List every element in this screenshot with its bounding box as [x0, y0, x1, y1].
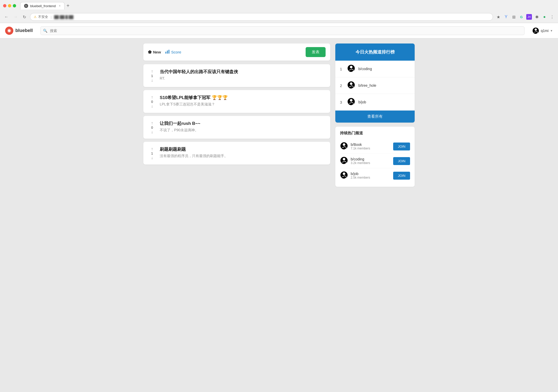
- grammarly-icon[interactable]: G: [519, 14, 524, 20]
- persistent-channel-icon: [340, 171, 348, 180]
- post-subtitle: 不说了，P90永远滴神。: [160, 128, 325, 133]
- post-title[interactable]: 当代中国年轻人的出路不应该只有键盘侠: [160, 69, 325, 75]
- svg-point-1: [8, 29, 10, 32]
- channel-icon: [347, 97, 355, 107]
- grid-icon[interactable]: ⊞: [511, 14, 517, 20]
- app-header: bluebell 🔍 q1mi ▼: [0, 23, 558, 38]
- refresh-button[interactable]: ↻: [22, 14, 27, 20]
- forward-button[interactable]: →: [12, 14, 19, 20]
- persistent-channel-members: 3.2k members: [351, 161, 391, 165]
- join-button[interactable]: JOIN: [393, 157, 410, 165]
- upvote-button[interactable]: ↑: [151, 147, 153, 151]
- back-button[interactable]: ←: [3, 14, 10, 20]
- persistent-channel-name: b/job: [351, 172, 391, 176]
- filter-tabs: ⬟ New Score: [148, 48, 181, 56]
- hot-channels-header: 今日火热频道排行榜: [335, 43, 415, 61]
- user-ext-icon[interactable]: JH: [526, 14, 532, 20]
- upvote-button[interactable]: ↑: [151, 121, 153, 125]
- browser-chrome: b bluebell_frontend × + ← → ↻ ⚠ 不安全 | ██…: [0, 0, 558, 23]
- view-all-button[interactable]: 查看所有: [335, 111, 415, 123]
- persistent-channel-members: 2.5k members: [351, 176, 391, 179]
- logo-icon: [5, 27, 13, 35]
- filter-bar: ⬟ New Score 发表: [143, 43, 330, 61]
- tab-bar: b bluebell_frontend × +: [20, 2, 555, 9]
- left-column: ⬟ New Score 发表 ↑: [143, 43, 330, 187]
- persistent-channels-card: 持续热门频道 b/Book 7.1k members JOIN b/coding…: [335, 127, 415, 187]
- vote-section: ↑ 0 ↓: [148, 121, 156, 134]
- close-button[interactable]: [3, 4, 6, 7]
- channel-icon: [347, 64, 355, 73]
- persistent-channel-name: b/coding: [351, 157, 391, 161]
- svg-rect-2: [165, 52, 166, 54]
- search-bar: 🔍: [40, 26, 524, 35]
- app-logo[interactable]: bluebell: [5, 27, 33, 35]
- post-card: ↑ 1 ↓ 当代中国年轻人的出路不应该只有键盘侠 RT.: [143, 64, 330, 87]
- channel-rank: 1: [340, 67, 344, 71]
- tab-new[interactable]: ⬟ New: [148, 49, 161, 56]
- score-tab-label: Score: [171, 50, 181, 54]
- persistent-channel-item: b/Book 7.1k members JOIN: [340, 139, 410, 154]
- downvote-button[interactable]: ↓: [151, 104, 153, 108]
- post-subtitle: RT.: [160, 76, 325, 80]
- hot-channel-item[interactable]: 1 b/coding: [335, 61, 415, 77]
- hot-channels-list: 1 b/coding 2 b/tree_hole 3 b/job: [335, 61, 415, 111]
- channel-name: b/tree_hole: [358, 83, 376, 88]
- logo-text: bluebell: [15, 28, 33, 33]
- post-title[interactable]: 让我们一起rush B~~: [160, 121, 325, 126]
- browser-actions: ★ Y ⊞ G JH ✱ ● ⋮: [496, 14, 555, 20]
- profile-icon[interactable]: ●: [542, 14, 547, 20]
- channel-rank: 3: [340, 100, 344, 104]
- tab-favicon: b: [24, 4, 28, 8]
- persistent-channel-info: b/coding 3.2k members: [351, 157, 391, 165]
- minimize-button[interactable]: [8, 4, 11, 7]
- active-tab[interactable]: b bluebell_frontend ×: [20, 2, 65, 9]
- security-label: 不安全: [38, 15, 48, 19]
- new-tab-button[interactable]: +: [67, 3, 70, 9]
- right-column: 今日火热频道排行榜 1 b/coding 2 b/tree_hole 3 b/j…: [335, 43, 415, 187]
- channel-rank: 2: [340, 83, 344, 88]
- vote-count: 0: [151, 126, 153, 129]
- post-title[interactable]: 刷题刷题刷题: [160, 146, 325, 152]
- channel-icon: [347, 81, 355, 90]
- join-button[interactable]: JOIN: [393, 172, 410, 180]
- post-subtitle: LPL拿下S赛三连冠岂不是美滋滋？: [160, 102, 325, 107]
- menu-icon[interactable]: ⋮: [549, 14, 555, 20]
- username-label: q1mi: [541, 29, 549, 33]
- downvote-button[interactable]: ↓: [151, 156, 153, 160]
- new-tab-label: New: [153, 50, 161, 54]
- publish-button[interactable]: 发表: [306, 47, 326, 57]
- post-subtitle: 没有最强的程序员，只有最强的刷题能手。: [160, 154, 325, 158]
- bookmark-icon[interactable]: ★: [496, 14, 501, 20]
- post-title[interactable]: S10希望LPL能够拿下冠军 🏆🏆🏆: [160, 95, 325, 101]
- downvote-button[interactable]: ↓: [151, 78, 153, 82]
- main-content: ⬟ New Score 发表 ↑: [138, 43, 420, 187]
- persistent-channels-list: b/Book 7.1k members JOIN b/coding 3.2k m…: [340, 139, 410, 183]
- post-content: 当代中国年轻人的出路不应该只有键盘侠 RT.: [160, 69, 325, 80]
- join-button[interactable]: JOIN: [393, 143, 410, 150]
- persistent-channel-info: b/job 2.5k members: [351, 172, 391, 179]
- vote-count: 0: [151, 100, 153, 104]
- post-card: ↑ 1 ↓ 刷题刷题刷题 没有最强的程序员，只有最强的刷题能手。: [143, 142, 330, 165]
- post-content: S10希望LPL能够拿下冠军 🏆🏆🏆 LPL拿下S赛三连冠岂不是美滋滋？: [160, 95, 325, 107]
- post-card: ↑ 0 ↓ S10希望LPL能够拿下冠军 🏆🏆🏆 LPL拿下S赛三连冠岂不是美滋…: [143, 90, 330, 113]
- tab-score[interactable]: Score: [165, 48, 181, 56]
- hot-channel-item[interactable]: 2 b/tree_hole: [335, 77, 415, 94]
- hot-channels-card: 今日火热频道排行榜 1 b/coding 2 b/tree_hole 3 b/j…: [335, 43, 415, 123]
- user-menu[interactable]: q1mi ▼: [532, 27, 553, 34]
- user-avatar-icon: [532, 27, 539, 34]
- downvote-button[interactable]: ↓: [151, 130, 153, 134]
- new-tab-icon: ⬟: [148, 50, 152, 55]
- tab-title: bluebell_frontend: [30, 4, 56, 8]
- persistent-channel-name: b/Book: [351, 143, 391, 147]
- persistent-channel-item: b/coding 3.2k members JOIN: [340, 154, 410, 168]
- hot-channel-item[interactable]: 3 b/job: [335, 94, 415, 111]
- search-input[interactable]: [40, 26, 524, 35]
- upvote-button[interactable]: ↑: [151, 95, 153, 99]
- maximize-button[interactable]: [13, 4, 16, 7]
- tab-close-button[interactable]: ×: [59, 4, 61, 8]
- puzzle-icon[interactable]: ✱: [534, 14, 540, 20]
- extensions-icon[interactable]: Y: [503, 14, 509, 20]
- search-icon: 🔍: [43, 29, 47, 33]
- upvote-button[interactable]: ↑: [151, 69, 153, 73]
- address-bar[interactable]: ⚠ 不安全 | ██ ██.█.██: [30, 13, 493, 21]
